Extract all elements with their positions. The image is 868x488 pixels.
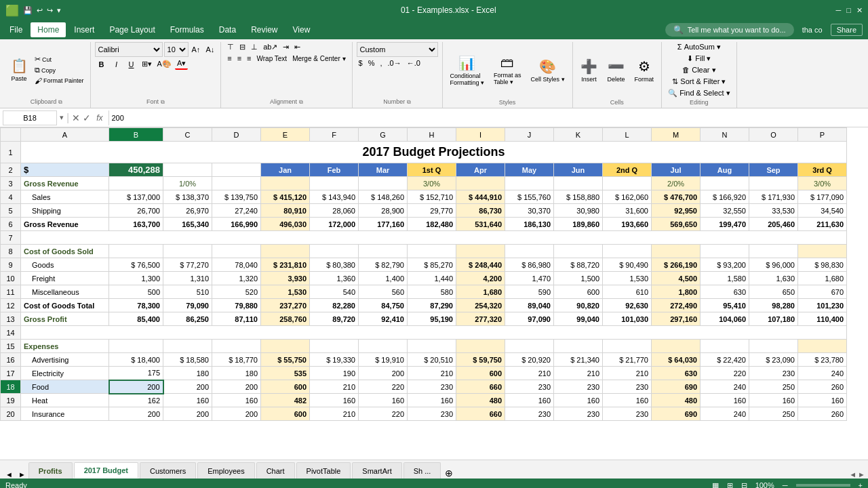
col-G-header[interactable]: G [359,128,408,142]
cell-H16[interactable]: $ 20,510 [408,353,456,367]
cell-K12[interactable]: 90,820 [554,299,603,312]
menu-review[interactable]: Review [244,22,284,37]
cell-M17[interactable]: 630 [652,367,701,380]
align-middle-button[interactable]: ⊟ [237,42,248,52]
col-H-header[interactable]: H [408,128,456,142]
tab-chart[interactable]: Chart [256,462,295,479]
cell-C6[interactable]: 165,340 [163,218,212,231]
cell-G12[interactable]: 84,750 [359,299,408,312]
cell-A4[interactable]: Sales [21,190,109,204]
cell-P11[interactable]: 670 [798,285,847,299]
cell-J15[interactable] [505,340,554,353]
cell-H15[interactable] [408,340,456,353]
cell-I10[interactable]: 4,200 [456,272,505,285]
thousands-button[interactable]: , [378,58,384,68]
clear-button[interactable]: 🗑 Clear ▾ [680,65,717,75]
cell-O19[interactable]: 160 [749,394,798,407]
cell-C11[interactable]: 510 [163,285,212,299]
cell-P17[interactable]: 240 [798,367,847,380]
cell-A1[interactable]: 2017 Budget Projections [21,142,847,163]
cell-L16[interactable]: $ 21,770 [603,353,652,367]
view-layout-button[interactable]: ⊞ [727,481,733,489]
cell-D11[interactable]: 520 [212,285,261,299]
cell-O5[interactable]: 33,530 [749,204,798,218]
cell-H10[interactable]: 1,440 [408,272,456,285]
cell-P9[interactable]: $ 98,830 [798,258,847,272]
cell-H4[interactable]: $ 152,710 [408,190,456,204]
cell-O12[interactable]: 98,280 [749,299,798,312]
sort-filter-button[interactable]: ⇅ Sort & Filter ▾ [670,77,728,87]
cell-B9[interactable]: $ 76,500 [109,258,163,272]
cell-M20[interactable]: 690 [652,407,701,421]
cell-A9[interactable]: Goods [21,258,109,272]
cell-M3[interactable]: 2/0% [652,177,701,190]
cell-H5[interactable]: 29,770 [408,204,456,218]
cell-B13[interactable]: 85,400 [109,312,163,326]
cell-K5[interactable]: 30,980 [554,204,603,218]
cell-B15[interactable] [109,340,163,353]
cell-C9[interactable]: $ 77,270 [163,258,212,272]
cell-G3[interactable] [359,177,408,190]
cell-A18[interactable]: Food [21,380,109,394]
cell-L19[interactable]: 160 [603,394,652,407]
cell-M12[interactable]: 272,490 [652,299,701,312]
cell-I6[interactable]: 531,640 [456,218,505,231]
cell-F15[interactable] [310,340,359,353]
cell-L9[interactable]: $ 90,490 [603,258,652,272]
cell-M16[interactable]: $ 64,030 [652,353,701,367]
cell-J5[interactable]: 30,370 [505,204,554,218]
cell-C5[interactable]: 26,970 [163,204,212,218]
cell-H3[interactable]: 3/0% [408,177,456,190]
cell-D13[interactable]: 87,110 [212,312,261,326]
scroll-left-button[interactable]: ◄ [849,470,856,479]
tab-nav-right[interactable]: ► [16,470,28,479]
cell-J4[interactable]: $ 155,760 [505,190,554,204]
cell-O15[interactable] [749,340,798,353]
cell-I3[interactable] [456,177,505,190]
percent-button[interactable]: $ [357,58,365,68]
cell-E3[interactable] [261,177,310,190]
col-F-header[interactable]: F [310,128,359,142]
cell-J12[interactable]: 89,040 [505,299,554,312]
cell-D12[interactable]: 79,880 [212,299,261,312]
tab-employees[interactable]: Employees [197,462,254,479]
col-J-header[interactable]: J [505,128,554,142]
font-size-select[interactable]: 10 [164,42,189,57]
cell-L4[interactable]: $ 162,060 [603,190,652,204]
cell-N11[interactable]: 630 [701,285,749,299]
cell-A6[interactable]: Gross Revenue [21,218,109,231]
cell-D18[interactable]: 200 [212,380,261,394]
indent-decrease-button[interactable]: ⇤ [292,42,302,52]
underline-button[interactable]: U [125,60,138,69]
cell-H17[interactable]: 210 [408,367,456,380]
cell-E6[interactable]: 496,030 [261,218,310,231]
cell-N3[interactable] [701,177,749,190]
zoom-slider[interactable] [796,484,850,487]
align-left-button[interactable]: ≡ [225,54,233,63]
undo-button[interactable]: ↩ [37,6,43,15]
cell-J2[interactable]: May [505,163,554,177]
cell-K18[interactable]: 230 [554,380,603,394]
format-cell-button[interactable]: ⚙ Format [631,56,658,85]
cell-I2[interactable]: Apr [456,163,505,177]
cell-M19[interactable]: 480 [652,394,701,407]
cell-L10[interactable]: 1,530 [603,272,652,285]
save-button[interactable]: 💾 [23,6,33,15]
cell-A2[interactable]: $ [21,163,109,177]
cell-G18[interactable]: 220 [359,380,408,394]
cell-O13[interactable]: 107,180 [749,312,798,326]
cell-F4[interactable]: $ 143,940 [310,190,359,204]
cell-E4[interactable]: $ 415,120 [261,190,310,204]
cell-I4[interactable]: $ 444,910 [456,190,505,204]
cell-I11[interactable]: 1,680 [456,285,505,299]
cell-M9[interactable]: $ 266,190 [652,258,701,272]
cell-J13[interactable]: 97,090 [505,312,554,326]
cell-N16[interactable]: $ 22,420 [701,353,749,367]
cell-G10[interactable]: 1,400 [359,272,408,285]
cell-B19[interactable]: 162 [109,394,163,407]
cell-E5[interactable]: 80,910 [261,204,310,218]
cell-F18[interactable]: 210 [310,380,359,394]
cell-D3[interactable] [212,177,261,190]
cell-B4[interactable]: $ 137,000 [109,190,163,204]
cell-K13[interactable]: 99,040 [554,312,603,326]
